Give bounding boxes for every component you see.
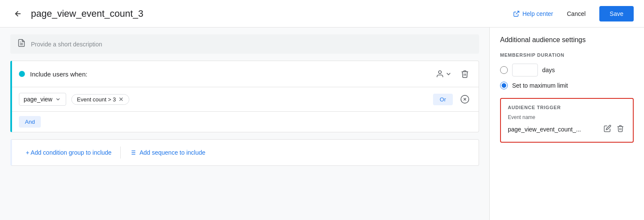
- back-button[interactable]: [10, 6, 26, 21]
- set-max-radio-row: Set to maximum limit: [500, 82, 634, 89]
- right-panel: Additional audience settings MEMBERSHIP …: [489, 28, 644, 220]
- days-radio-row: 30 days: [500, 64, 634, 76]
- edit-trigger-button[interactable]: [602, 123, 613, 136]
- event-select[interactable]: page_view: [19, 93, 66, 106]
- trigger-event-row: page_view_event_count_...: [508, 123, 626, 136]
- remove-condition-button[interactable]: [458, 92, 472, 106]
- set-max-label: Set to maximum limit: [512, 82, 568, 89]
- add-condition-group-button[interactable]: + Add condition group to include: [21, 146, 117, 159]
- help-center-link[interactable]: Help center: [513, 10, 553, 17]
- event-count-chip: Event count > 3 ✕: [71, 94, 129, 105]
- include-header: Include users when:: [12, 61, 479, 87]
- add-buttons-divider: [120, 147, 121, 159]
- person-dropdown[interactable]: [433, 68, 455, 80]
- description-icon: [17, 39, 26, 49]
- delete-include-button[interactable]: [458, 67, 472, 81]
- teal-dot: [19, 71, 25, 77]
- membership-options: 30 days Set to maximum limit: [500, 64, 634, 89]
- and-button[interactable]: And: [19, 116, 41, 128]
- condition-row: page_view Event count > 3 ✕ Or: [12, 87, 479, 112]
- add-sequence-button[interactable]: Add sequence to include: [124, 146, 211, 159]
- or-button[interactable]: Or: [433, 94, 453, 105]
- add-condition-group-label: + Add condition group to include: [26, 149, 112, 156]
- help-center-label: Help center: [522, 10, 553, 17]
- delete-trigger-button[interactable]: [615, 123, 626, 136]
- chip-close-button[interactable]: ✕: [119, 96, 124, 102]
- include-header-actions: [433, 67, 472, 81]
- panel-title: Additional audience settings: [500, 36, 634, 44]
- audience-trigger-box: AUDIENCE TRIGGER Event name page_view_ev…: [500, 98, 634, 143]
- days-input[interactable]: 30: [512, 64, 538, 76]
- membership-duration-label: MEMBERSHIP DURATION: [500, 52, 634, 58]
- include-title: Include users when:: [30, 70, 428, 78]
- event-name-label: Event name: [508, 114, 626, 120]
- days-radio[interactable]: [500, 66, 508, 74]
- include-section: Include users when:: [10, 61, 479, 132]
- main-layout: Provide a short description Include user…: [0, 28, 644, 220]
- add-buttons-row: + Add condition group to include Add seq…: [10, 139, 479, 166]
- save-button[interactable]: Save: [599, 6, 634, 21]
- cancel-button[interactable]: Cancel: [560, 7, 592, 21]
- description-bar[interactable]: Provide a short description: [10, 34, 479, 54]
- trigger-event-value: page_view_event_count_...: [508, 126, 598, 133]
- svg-point-3: [439, 71, 442, 74]
- page-title: page_view_event_count_3: [31, 8, 508, 19]
- left-content: Provide a short description Include user…: [0, 28, 489, 220]
- days-label: days: [542, 67, 555, 73]
- description-placeholder: Provide a short description: [31, 41, 102, 48]
- add-sequence-label: Add sequence to include: [140, 149, 205, 156]
- event-select-value: page_view: [24, 96, 52, 103]
- svg-line-0: [516, 11, 519, 14]
- event-count-label: Event count > 3: [77, 96, 116, 103]
- header-actions: Help center Cancel Save: [513, 6, 634, 21]
- trigger-actions: [602, 123, 626, 136]
- and-row: And: [12, 112, 479, 132]
- set-max-radio[interactable]: [500, 82, 508, 89]
- header: page_view_event_count_3 Help center Canc…: [0, 0, 644, 28]
- audience-trigger-label: AUDIENCE TRIGGER: [508, 105, 626, 110]
